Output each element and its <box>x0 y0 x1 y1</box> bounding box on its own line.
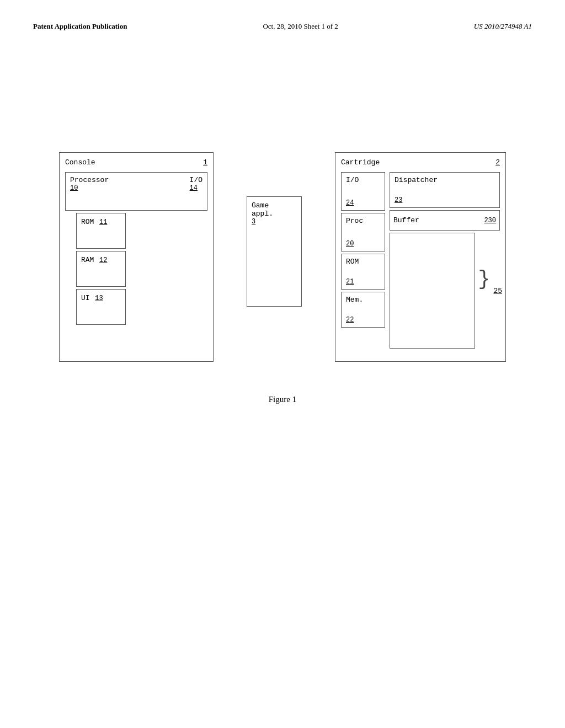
game-box: Game appl. 3 <box>247 196 302 307</box>
ram-console-box: RAM 12 <box>76 251 126 287</box>
header-right: US 2010/274948 A1 <box>474 22 532 31</box>
proc-title-area: Processor 10 <box>70 176 109 192</box>
mem-cart-number: 22 <box>346 316 380 324</box>
header-center: Oct. 28, 2010 Sheet 1 of 2 <box>263 22 338 31</box>
large-right-box: } 25 <box>390 233 475 349</box>
ui-console-number: 13 <box>95 295 103 302</box>
io-cart-number: 24 <box>346 199 380 207</box>
header-left: Patent Application Publication <box>33 22 127 31</box>
console-label: Console <box>65 158 95 167</box>
diagram-area: Console 1 Processor 10 I/O 14 <box>33 152 532 362</box>
ui-console-label: UI <box>81 294 90 302</box>
rom-cart-number: 21 <box>346 278 380 286</box>
buffer-number: 230 <box>484 217 496 224</box>
cartridge-label: Cartridge <box>341 158 380 167</box>
cart-left-col: I/O 24 Proc 20 ROM 21 Mem. <box>341 172 385 349</box>
dispatcher-box: Dispatcher 23 <box>390 172 500 208</box>
page-header: Patent Application Publication Oct. 28, … <box>33 22 532 42</box>
processor-label: Processor <box>70 176 109 184</box>
cartridge-number: 2 <box>495 158 500 167</box>
processor-number: 10 <box>70 184 109 192</box>
proc-cart-box: Proc 20 <box>341 213 385 251</box>
game-number: 3 <box>252 218 255 226</box>
ui-console-box: UI 13 <box>76 289 126 325</box>
mem-cart-label: Mem. <box>346 296 380 304</box>
cartridge-title-row: Cartridge 2 <box>341 158 500 167</box>
ram-console-number: 12 <box>99 256 107 264</box>
processor-box: Processor 10 I/O 14 <box>65 172 207 211</box>
io-cart-box: I/O 24 <box>341 172 385 211</box>
console-inner: Processor 10 I/O 14 ROM 11 <box>65 172 207 343</box>
console-box: Console 1 Processor 10 I/O 14 <box>59 152 214 362</box>
io-console-number: 14 <box>190 184 198 192</box>
processor-column: Processor 10 I/O 14 ROM 11 <box>65 172 207 343</box>
buffer-label: Buffer <box>393 216 419 224</box>
cartridge-box: Cartridge 2 I/O 24 Proc 20 <box>335 152 506 362</box>
page: Patent Application Publication Oct. 28, … <box>0 0 565 728</box>
rom-cart-label: ROM <box>346 258 380 266</box>
dispatcher-label: Dispatcher <box>395 176 495 184</box>
mem-cart-box: Mem. 22 <box>341 292 385 328</box>
proc-cart-number: 20 <box>346 240 380 248</box>
cartridge-inner: I/O 24 Proc 20 ROM 21 Mem. <box>341 172 500 349</box>
game-label: Game appl. <box>252 201 273 218</box>
rom-console-label: ROM <box>81 218 94 226</box>
rom-console-number: 11 <box>99 218 107 226</box>
io-console-label: I/O <box>190 176 202 184</box>
console-number: 1 <box>203 158 207 167</box>
proc-cart-label: Proc <box>346 217 380 225</box>
rom-console-box: ROM 11 <box>76 213 126 249</box>
cart-right-col: Dispatcher 23 Buffer 230 } 25 <box>390 172 500 349</box>
ram-console-label: RAM <box>81 256 94 264</box>
buffer-box: Buffer 230 <box>390 210 500 231</box>
io-cart-label: I/O <box>346 176 380 184</box>
bracket-number: 25 <box>493 287 502 295</box>
rom-cart-box: ROM 21 <box>341 254 385 290</box>
console-title-row: Console 1 <box>65 158 207 167</box>
io-console-area: I/O 14 <box>190 176 202 192</box>
bracket-25: } <box>478 268 490 291</box>
figure-caption: Figure 1 <box>33 395 532 404</box>
dispatcher-number: 23 <box>395 196 495 204</box>
